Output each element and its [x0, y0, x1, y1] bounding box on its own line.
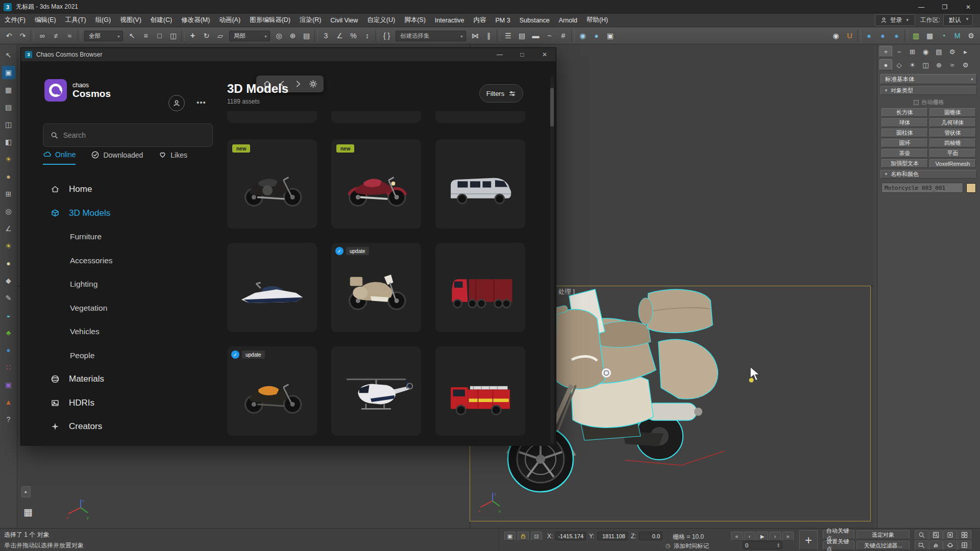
more-menu-icon[interactable]: ••• — [197, 98, 206, 107]
separator[interactable] — [78, 30, 81, 42]
clone-tool-icon[interactable]: ◫ — [2, 118, 15, 131]
select-object-icon[interactable]: ↖ — [125, 29, 139, 43]
current-frame-field[interactable]: 0▲▼ — [743, 541, 782, 549]
orbit-icon[interactable] — [943, 540, 957, 550]
isolate-selection-icon[interactable]: ▣ — [504, 532, 516, 541]
lights-cat-icon[interactable]: ☀ — [906, 59, 919, 70]
minimize-icon[interactable]: — — [910, 0, 933, 14]
render-teapot-icon[interactable]: ● — [862, 29, 876, 43]
geometry-cat-icon[interactable]: ● — [879, 59, 892, 70]
keyboard-override-icon[interactable]: ▤ — [300, 29, 313, 43]
tab-downloaded[interactable]: Downloaded — [91, 151, 143, 164]
undo-icon[interactable]: ↶ — [2, 29, 16, 43]
plant-tool-icon[interactable]: ♣ — [2, 326, 15, 339]
light-tool-icon[interactable]: ☀ — [2, 239, 15, 253]
primitive-button[interactable]: 茶壶 — [881, 149, 928, 158]
close-icon[interactable]: ✕ — [957, 0, 980, 14]
align-icon[interactable]: ∥ — [482, 29, 496, 43]
separator[interactable] — [857, 30, 861, 42]
nav-people[interactable]: People — [21, 344, 220, 368]
nav-lighting[interactable]: Lighting — [21, 272, 220, 296]
create-tab-icon[interactable]: + — [879, 46, 892, 57]
absolute-mode-icon[interactable]: ⊡ — [531, 532, 542, 541]
spacewarps-cat-icon[interactable]: ≈ — [946, 59, 959, 70]
primitive-button[interactable]: VoxelRemesh — [929, 159, 976, 168]
select-tool-icon[interactable]: ↖ — [2, 48, 15, 62]
maximize-icon[interactable]: □ — [511, 48, 533, 61]
sphere-tool-icon[interactable]: ● — [2, 170, 15, 183]
target-tool-icon[interactable]: ◎ — [2, 205, 15, 218]
render-cloud-icon[interactable]: ● — [890, 29, 903, 43]
nav-vehicles[interactable]: Vehicles — [21, 320, 220, 344]
named-selection-sets-dropdown[interactable]: 创建选择集▼ — [396, 31, 466, 41]
move-icon[interactable]: + — [186, 29, 200, 43]
set-key-button[interactable]: 设置关键点 — [823, 541, 854, 550]
primitive-button[interactable]: 平面 — [929, 149, 976, 158]
ball-tool-icon[interactable]: ● — [2, 257, 15, 270]
image-tool-icon[interactable]: ▦ — [2, 83, 15, 96]
window-crossing-icon[interactable]: ◫ — [166, 29, 180, 43]
rollout-name-color[interactable]: ▼名称和颜色 — [880, 170, 977, 179]
angle-snap-icon[interactable]: ∠ — [333, 29, 347, 43]
asset-card-partial[interactable] — [227, 111, 317, 123]
spray-tool-icon[interactable]: ◒ — [2, 309, 15, 322]
go-to-start-icon[interactable]: « — [731, 532, 743, 541]
menu-item[interactable]: Interactive — [430, 14, 469, 27]
x-coordinate-field[interactable]: -1415.174 — [555, 532, 586, 540]
asset-card-partial[interactable] — [435, 111, 525, 123]
expand-tray-icon[interactable]: ▸ — [21, 486, 31, 497]
selection-filter-dropdown[interactable]: 全部▼ — [84, 31, 123, 41]
bind-spacewarp-icon[interactable]: ≈ — [63, 29, 77, 43]
select-manipulate-icon[interactable]: ⊕ — [286, 29, 300, 43]
drop-tool-icon[interactable]: ● — [2, 343, 15, 357]
scrollbar[interactable] — [550, 77, 554, 444]
utilities-tab-icon[interactable]: ⚙ — [946, 46, 959, 57]
expand-panel-icon[interactable]: ▸ — [959, 46, 972, 57]
object-color-swatch[interactable] — [966, 183, 976, 193]
hierarchy-tab-icon[interactable]: ⊞ — [906, 46, 919, 57]
avatar-icon[interactable]: ◔ — [937, 29, 950, 43]
primitive-button[interactable]: 长方体 — [881, 108, 928, 117]
active-tool-icon[interactable]: ▣ — [2, 66, 15, 79]
workspace-dropdown[interactable]: 默认▼ — [943, 14, 973, 26]
ribbon-icon[interactable]: ▬ — [529, 29, 543, 43]
select-link-icon[interactable]: ∞ — [35, 29, 49, 43]
menu-item[interactable]: 内容 — [469, 14, 491, 27]
menu-item[interactable]: 编辑(E) — [30, 14, 61, 27]
forward-arrow-icon[interactable] — [293, 80, 302, 88]
scene-explorer-icon[interactable]: ☰ — [501, 29, 515, 43]
separator[interactable] — [571, 30, 575, 42]
asset-card-semi-truck[interactable] — [435, 243, 525, 332]
separator[interactable] — [497, 30, 500, 42]
asset-card-motorcycle-orange[interactable]: ✓ update — [227, 346, 317, 436]
previous-frame-icon[interactable]: ‹ — [744, 532, 755, 541]
separator[interactable] — [181, 30, 185, 42]
qr-render-icon[interactable]: ◉ — [829, 29, 843, 43]
nav-creators[interactable]: Creators — [21, 415, 220, 439]
rollout-object-type[interactable]: ▼对象类型 — [880, 86, 977, 95]
curve-editor-icon[interactable]: ~ — [543, 29, 556, 43]
grid-tool-icon[interactable]: ⊞ — [2, 187, 15, 201]
menu-item[interactable]: 图形编辑器(D) — [245, 14, 295, 27]
rendered-frame-icon[interactable]: ▣ — [603, 29, 617, 43]
nav-vegetation[interactable]: Vegetation — [21, 296, 220, 320]
selection-lock-icon[interactable] — [518, 532, 529, 541]
selection-set-dropdown[interactable]: 选定对象 — [856, 530, 910, 539]
edit-named-sets-icon[interactable]: { } — [380, 29, 394, 43]
z-coordinate-field[interactable]: 0.0 — [639, 532, 663, 540]
display-tab-icon[interactable]: ▤ — [933, 46, 945, 57]
sun-tool-icon[interactable]: ☀ — [2, 153, 15, 166]
helpers-cat-icon[interactable]: ⊕ — [933, 59, 945, 70]
nav-home[interactable]: Home — [21, 178, 220, 202]
render-setup-icon[interactable]: ● — [590, 29, 603, 43]
viewport-layout-grid-icon[interactable]: ▦ — [23, 506, 33, 518]
nav-materials[interactable]: Materials — [21, 367, 220, 391]
menu-item[interactable]: PM 3 — [491, 14, 515, 27]
select-by-name-icon[interactable]: ≡ — [139, 29, 153, 43]
grid-overlay-icon[interactable]: ▦ — [923, 29, 937, 43]
menu-item[interactable]: 修改器(M) — [177, 14, 214, 27]
zoom-icon[interactable] — [915, 530, 928, 540]
asset-card-fire-truck[interactable] — [435, 346, 525, 436]
primitive-button[interactable]: 圆柱体 — [881, 129, 928, 137]
cosmos-titlebar[interactable]: 3 Chaos Cosmos Browser — □ ✕ — [21, 48, 556, 61]
